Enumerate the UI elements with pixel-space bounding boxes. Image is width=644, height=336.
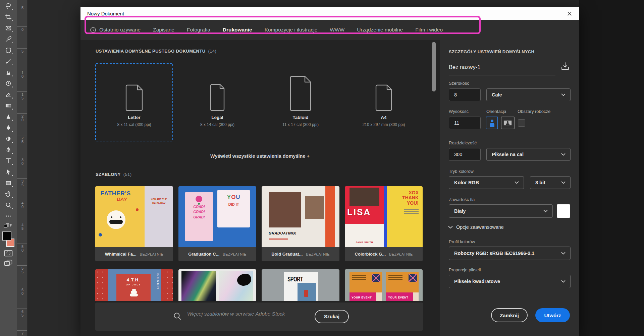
- hand-icon[interactable]: [4, 190, 12, 198]
- smudge-icon[interactable]: [4, 124, 12, 132]
- tab-ostatnio-uzywane[interactable]: Ostatnio używane: [90, 27, 141, 33]
- preset-name: Tabloid: [293, 115, 309, 120]
- unit-select[interactable]: Cale: [486, 88, 571, 101]
- color-mode-select[interactable]: Kolor RGB: [449, 176, 524, 189]
- close-dialog-button[interactable]: Zamknij: [491, 308, 528, 322]
- artboards-label: Obszary robocze: [518, 109, 550, 114]
- template-label: Colorblock G... BEZPŁATNIE: [345, 247, 423, 261]
- details-panel: SZCZEGÓŁY USTAWIEŃ DOMYŚLNYCH Bez nazwy-…: [440, 40, 579, 336]
- thumb-text: LISA: [347, 207, 371, 217]
- sharpen-icon[interactable]: [4, 113, 12, 121]
- pen-icon[interactable]: [4, 146, 12, 154]
- template-label: Bold Graduat... BEZPŁATNIE: [262, 247, 339, 261]
- category-tabbar: Ostatnio używane Zapisane Fotografia Dru…: [80, 20, 579, 40]
- template-badge: BEZPŁATNIE: [223, 252, 246, 256]
- width-input[interactable]: [449, 88, 481, 101]
- stock-search-input[interactable]: [186, 311, 321, 317]
- close-icon[interactable]: [565, 9, 574, 18]
- path-select-icon[interactable]: [4, 168, 12, 176]
- template-badge: BEZPŁATNIE: [306, 252, 329, 256]
- tab-fotografia[interactable]: Fotografia: [187, 27, 210, 33]
- advanced-options-toggle[interactable]: Opcje zaawansowane: [448, 224, 504, 230]
- template-card-sport[interactable]: SPORT: [262, 269, 339, 301]
- template-card-bold-graduation[interactable]: GRADUATING! Bold Graduat... BEZPŁATNIE: [262, 186, 339, 261]
- document-icon: [210, 64, 225, 111]
- tab-film-i-wideo[interactable]: Film i wideo: [415, 27, 443, 33]
- face-doodle: [107, 210, 125, 229]
- rectangle-icon[interactable]: [4, 179, 12, 187]
- templates-heading: SZABLONY(51): [96, 172, 131, 177]
- template-label: Whimsical Fa... BEZPŁATNIE: [95, 247, 173, 261]
- history-brush-icon[interactable]: [4, 79, 12, 87]
- orientation-landscape-button[interactable]: [501, 117, 515, 129]
- template-card-graduation[interactable]: GRAD!GRAD!GRAD! YOU DID IT Graduation C.…: [178, 186, 256, 261]
- artboards-checkbox[interactable]: [518, 119, 525, 127]
- chevron-down-icon: [561, 280, 566, 283]
- crop-icon[interactable]: [4, 13, 12, 21]
- view-all-presets-link[interactable]: Wyświetl wszystkie ustawienia domyślne +: [80, 153, 439, 159]
- pixel-aspect-select[interactable]: Piksele kwadratowe: [449, 275, 571, 288]
- template-card-whimsical[interactable]: FATHER'S DAY YOU ARE THEHERO, DAD Whimsi…: [95, 186, 173, 261]
- new-document-dialog: Nowy Dokument Ostatnio używane Zapisane …: [80, 7, 579, 336]
- tab-urzadzenie-mobilne[interactable]: Urządzenie mobilne: [357, 27, 403, 33]
- preset-card-letter[interactable]: Letter 8 x 11 cal (300 ppi): [95, 63, 173, 141]
- thumb-text: BEACH: [156, 273, 160, 290]
- tab-kompozycje-i-ilustracje[interactable]: Kompozycje i ilustracje: [265, 27, 318, 33]
- lasso-icon[interactable]: [4, 2, 12, 10]
- preset-card-tabloid[interactable]: Tabloid 11 x 17 cal (300 ppi): [262, 63, 339, 141]
- clone-stamp-icon[interactable]: [4, 68, 12, 76]
- eyedropper-icon[interactable]: [4, 35, 12, 43]
- resolution-label: Rozdzielczość: [449, 140, 477, 145]
- quick-mask-icon[interactable]: [4, 250, 13, 257]
- tab-drukowanie[interactable]: Drukowanie: [223, 27, 252, 33]
- healing-brush-icon[interactable]: [4, 46, 12, 54]
- pixel-aspect-label: Proporcje pikseli: [449, 267, 481, 272]
- background-color-picker[interactable]: [557, 204, 570, 218]
- document-name[interactable]: Bez nazwy-1: [449, 61, 480, 70]
- height-input[interactable]: [449, 117, 481, 129]
- clock-icon: [90, 27, 96, 33]
- save-preset-icon[interactable]: [560, 61, 570, 71]
- type-icon[interactable]: [4, 157, 12, 165]
- gradient-icon[interactable]: [4, 102, 12, 110]
- template-thumbnail: LISA JANE SMITH XOXTHANKYOU!: [345, 186, 423, 247]
- tools-panel: [0, 0, 17, 336]
- tab-www[interactable]: WWW: [330, 27, 344, 33]
- foreground-color-swatch[interactable]: [2, 231, 11, 241]
- resolution-input[interactable]: [449, 148, 481, 161]
- slice-icon[interactable]: [4, 24, 12, 32]
- bit-depth-select[interactable]: 8 bit: [530, 176, 571, 189]
- color-swatches[interactable]: [2, 231, 14, 247]
- template-card-holographic[interactable]: [178, 269, 256, 301]
- swap-colors-icon[interactable]: [4, 223, 13, 228]
- dodge-icon[interactable]: [4, 135, 12, 143]
- scrollbar-thumb[interactable]: [432, 42, 436, 91]
- vertical-ruler: 5051 01 52 02 53 03 54 04 55 05 56 06 57: [17, 0, 28, 336]
- template-card-your-event[interactable]: YOUR EVENT 25/08 YOUR EVENT 25/08: [345, 269, 423, 301]
- background-select[interactable]: Biały: [449, 204, 553, 218]
- dialog-title: Nowy Dokument: [87, 11, 124, 16]
- ruler-tick: 3 5: [17, 178, 27, 187]
- chevron-down-icon: [448, 226, 453, 229]
- preset-card-a4[interactable]: A4 210 x 297 mm (300 ppi): [345, 63, 423, 141]
- screen-mode-icon[interactable]: [4, 260, 13, 266]
- preset-card-legal[interactable]: Legal 8 x 14 cal (300 ppi): [178, 63, 256, 141]
- search-button[interactable]: Szukaj: [315, 310, 349, 323]
- eraser-icon[interactable]: [4, 90, 12, 98]
- preset-name: A4: [381, 115, 386, 120]
- preset-size: 11 x 17 cal (300 ppi): [282, 122, 319, 127]
- brush-icon[interactable]: [4, 57, 12, 65]
- resolution-unit-select[interactable]: Piksele na cal: [486, 148, 571, 161]
- template-thumbnail: GRADUATING!: [262, 186, 339, 247]
- document-name-field[interactable]: Bez nazwy-1: [449, 61, 555, 75]
- tab-zapisane[interactable]: Zapisane: [153, 27, 174, 33]
- template-card-4th-of-july[interactable]: 4.T.H. OF JULY BEACH: [95, 269, 173, 301]
- more-tools-icon[interactable]: [4, 212, 12, 220]
- color-profile-select[interactable]: Roboczy RGB: sRGB IEC61966-2.1: [449, 247, 571, 260]
- orientation-portrait-button[interactable]: [486, 117, 498, 129]
- zoom-icon[interactable]: [4, 201, 12, 209]
- chevron-down-icon: [561, 252, 566, 255]
- create-button[interactable]: Utwórz: [535, 308, 570, 322]
- template-card-colorblock[interactable]: LISA JANE SMITH XOXTHANKYOU! Colorblock …: [345, 186, 423, 261]
- ruler-tick: 1 0: [17, 70, 27, 78]
